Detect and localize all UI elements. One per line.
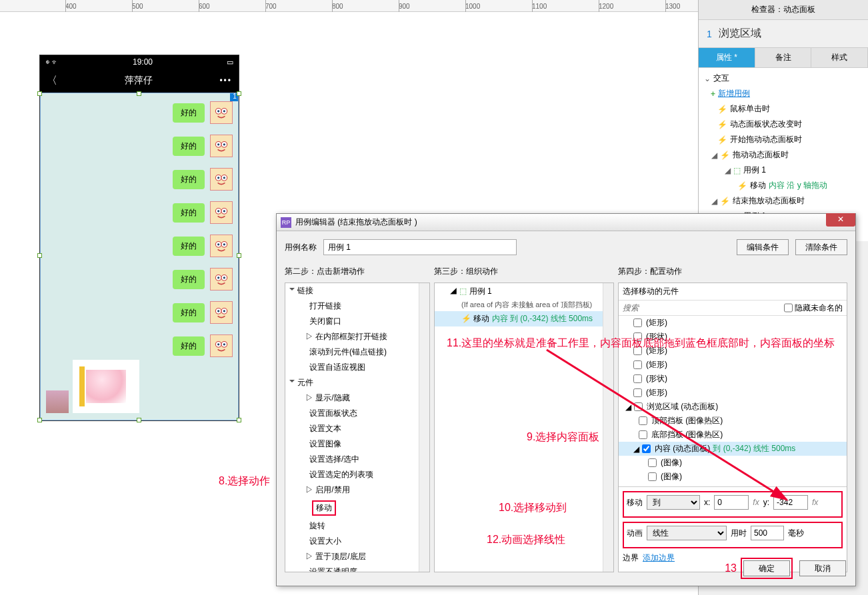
- widget-content-selected[interactable]: ◢ 内容 (动态面板) 到 (0,-342) 线性 500ms: [619, 442, 847, 456]
- tab-style[interactable]: 样式: [811, 48, 868, 67]
- svg-point-2: [217, 110, 219, 112]
- dialog-footer: 13 确定 取消: [725, 558, 846, 579]
- action-setimage[interactable]: 设置图像: [285, 436, 429, 452]
- edit-condition-button[interactable]: 编辑条件: [737, 239, 789, 255]
- svg-point-6: [217, 143, 219, 145]
- anim-select[interactable]: 线性: [647, 526, 727, 540]
- action-list[interactable]: 链接 打开链接 关闭窗口 ▷ 在内部框架打开链接 滚动到元件(锚点链接) 设置自…: [285, 283, 430, 572]
- search-row: 隐藏未命名的: [619, 300, 847, 316]
- inspector-tabs: 属性 * 备注 样式: [699, 47, 868, 68]
- scrollbar[interactable]: [419, 283, 429, 572]
- duration-input[interactable]: [751, 526, 784, 540]
- section-interaction[interactable]: ⌄交互: [699, 71, 868, 86]
- svg-point-15: [223, 210, 225, 212]
- selection-handle[interactable]: [37, 253, 42, 258]
- event-drag[interactable]: ◢⚡拖动动态面板时: [699, 147, 868, 163]
- x-input[interactable]: [714, 495, 749, 510]
- svg-point-30: [217, 343, 219, 345]
- message-row: 好的: [173, 334, 233, 357]
- message-row: 好的: [173, 135, 233, 157]
- action-setlist[interactable]: 设置选定的列表项: [285, 467, 429, 482]
- avatar-icon: [210, 101, 233, 124]
- group-widgets[interactable]: 元件: [285, 375, 429, 390]
- y-input[interactable]: [773, 495, 808, 510]
- action-bringfront[interactable]: 置于顶层/底层: [315, 552, 365, 561]
- inspector-title: 检查器：动态面板: [699, 0, 868, 20]
- dialog-titlebar[interactable]: RP 用例编辑器 (结束拖放动态面板时 ) ✕: [277, 214, 855, 231]
- tab-notes[interactable]: 备注: [755, 48, 812, 67]
- action-setsize[interactable]: 设置大小: [285, 534, 429, 549]
- action-opacity[interactable]: 设置不透明度: [285, 564, 429, 572]
- battery-icon: ▭: [227, 58, 233, 67]
- action-scrollto[interactable]: 滚动到元件(锚点链接): [285, 344, 429, 360]
- selection-handle[interactable]: [37, 418, 42, 422]
- action-openlink[interactable]: 打开链接: [285, 298, 429, 314]
- action-row[interactable]: ⚡ 移动 内容 到 (0,-342) 线性 500ms: [435, 311, 613, 326]
- widget-browse[interactable]: ◢ 浏览区域 (动态面板): [619, 400, 847, 414]
- phone-mockup: ◉ ᯤ 19:00 ▭ 〈 萍萍仔 ••• 1 好的 好的 好的 好的 好的 好…: [39, 55, 239, 421]
- case-node[interactable]: ◢ ⬚ 用例 1: [435, 283, 613, 298]
- action-closewin[interactable]: 关闭窗口: [285, 314, 429, 329]
- chat-panel[interactable]: 1 好的 好的 好的 好的 好的 好的 好的 好的: [40, 93, 239, 420]
- action-openframe[interactable]: 在内部框架打开链接: [315, 332, 387, 341]
- case-name-input[interactable]: [323, 239, 517, 255]
- status-time: 19:00: [133, 57, 153, 67]
- selection-handle[interactable]: [37, 91, 42, 96]
- back-icon[interactable]: 〈: [47, 74, 57, 88]
- step3-title: 第三步：组织动作: [434, 263, 614, 280]
- app-icon: RP: [281, 217, 291, 228]
- search-input[interactable]: [619, 300, 780, 315]
- add-case-link[interactable]: + 新增用例: [699, 86, 868, 101]
- condition-text: (If area of 内容 未接触 area of 顶部挡板): [435, 298, 613, 311]
- message-row: 好的: [173, 101, 233, 124]
- action-move-selected[interactable]: 移动: [312, 500, 336, 516]
- cancel-button[interactable]: 取消: [799, 560, 846, 576]
- wifi-icon: ◉ ᯤ: [45, 58, 59, 66]
- selection-handle[interactable]: [237, 418, 241, 422]
- self-avatar: [46, 390, 69, 413]
- nav-title: 萍萍仔: [125, 75, 153, 87]
- status-bar: ◉ ᯤ 19:00 ▭: [40, 55, 239, 69]
- annotation-13: 13: [725, 562, 737, 574]
- selection-handle[interactable]: [137, 418, 141, 422]
- widget-tree[interactable]: (矩形) (形状) (矩形) (矩形) (形状) (矩形) ◢ 浏览区域 (动态…: [619, 316, 847, 486]
- event-dragstart[interactable]: ⚡开始拖动动态面板时: [699, 132, 868, 147]
- action-panelstate[interactable]: 设置面板状态: [285, 406, 429, 421]
- case-drag[interactable]: ◢⬚ 用例 1: [699, 163, 868, 178]
- action-showhide[interactable]: 显示/隐藏: [315, 393, 349, 402]
- action-enable[interactable]: 启用/禁用: [315, 485, 349, 494]
- selection-count: 1: [707, 29, 712, 39]
- anim-config-box: 动画 线性 用时 毫秒: [623, 522, 843, 548]
- add-boundary-link[interactable]: 添加边界: [643, 552, 675, 564]
- selection-handle[interactable]: [237, 91, 241, 96]
- group-links[interactable]: 链接: [285, 283, 429, 298]
- widget-name[interactable]: 浏览区域: [719, 27, 860, 41]
- event-statechange[interactable]: ⚡动态面板状态改变时: [699, 117, 868, 132]
- action-setselected[interactable]: 设置选择/选中: [285, 452, 429, 467]
- selection-handle[interactable]: [137, 91, 141, 96]
- tab-properties[interactable]: 属性 *: [699, 48, 755, 67]
- event-dragend[interactable]: ◢⚡结束拖放动态面板时: [699, 193, 868, 209]
- svg-point-31: [223, 343, 225, 345]
- more-icon[interactable]: •••: [219, 76, 232, 85]
- selection-handle[interactable]: [237, 253, 241, 258]
- action-rotate[interactable]: 旋转: [285, 518, 429, 534]
- hide-unnamed-checkbox[interactable]: 隐藏未命名的: [780, 300, 847, 315]
- close-button[interactable]: ✕: [826, 213, 855, 227]
- config-header: 选择移动的元件: [619, 283, 847, 300]
- action-settext[interactable]: 设置文本: [285, 421, 429, 436]
- clear-condition-button[interactable]: 清除条件: [795, 239, 847, 255]
- action-adaptive[interactable]: 设置自适应视图: [285, 360, 429, 375]
- event-click[interactable]: ⚡鼠标单击时: [699, 101, 868, 117]
- ok-button[interactable]: 确定: [743, 560, 790, 576]
- svg-point-7: [223, 143, 225, 145]
- photo-message: [73, 360, 139, 413]
- action-move[interactable]: ⚡移动 内容 沿 y 轴拖动: [699, 178, 868, 193]
- svg-point-26: [217, 310, 219, 312]
- move-type-select[interactable]: 到: [647, 495, 700, 510]
- svg-point-23: [223, 277, 225, 279]
- organize-panel[interactable]: ◢ ⬚ 用例 1 (If area of 内容 未接触 area of 顶部挡板…: [434, 283, 614, 572]
- message-row: 好的: [173, 301, 233, 324]
- scrollbar[interactable]: [603, 283, 613, 572]
- config-panel: 选择移动的元件 隐藏未命名的 (矩形) (形状) (矩形) (矩形) (形状) …: [618, 283, 847, 572]
